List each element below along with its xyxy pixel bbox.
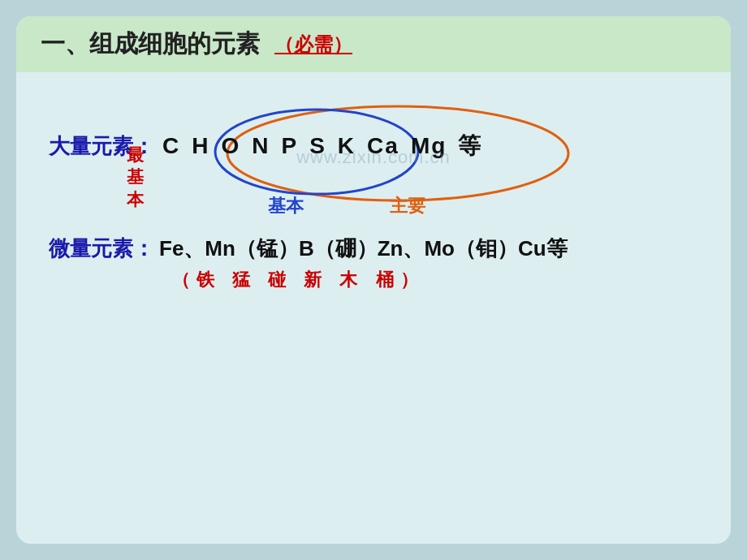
element-O: O [221, 133, 240, 159]
title-required: （必需） [274, 32, 352, 58]
trace-elements-row: 微量元素： Fe、Mn（锰）B（硼）Zn、Mo（钼）Cu等 [49, 235, 698, 263]
element-H: H [192, 133, 209, 159]
element-etc-bulk: 等 [458, 131, 482, 162]
element-P: P [281, 133, 298, 159]
element-N: N [252, 133, 270, 159]
trace-hint-row: （铁 猛 碰 新 木 桶） [49, 268, 698, 292]
basic-annotation: 基本 [268, 194, 304, 218]
trace-hint: （铁 猛 碰 新 木 桶） [172, 268, 425, 292]
element-Mg: Mg [411, 133, 447, 159]
slide-body: 大量元素： C H O N P S K Ca Mg 等 最基本 [16, 72, 731, 544]
title-text: 一、组成细胞的元素 [41, 28, 260, 61]
element-Ca: Ca [367, 133, 399, 159]
diagram-area: 大量元素： C H O N P S K Ca Mg 等 最基本 [49, 88, 698, 226]
most-basic-label: 最基本 [127, 144, 144, 210]
trace-list: Fe、Mn（锰）B（硼）Zn、Mo（钼）Cu等 [159, 235, 568, 263]
element-S: S [309, 133, 326, 159]
slide: 一、组成细胞的元素 （必需） 大量元素： C H O N [16, 16, 731, 544]
element-K: K [338, 133, 356, 159]
trace-label: 微量元素： [49, 235, 154, 263]
slide-header: 一、组成细胞的元素 （必需） [16, 16, 731, 72]
slide-title: 一、组成细胞的元素 （必需） [41, 28, 706, 61]
main-annotation: 主要 [390, 194, 425, 218]
element-C: C [162, 133, 180, 159]
